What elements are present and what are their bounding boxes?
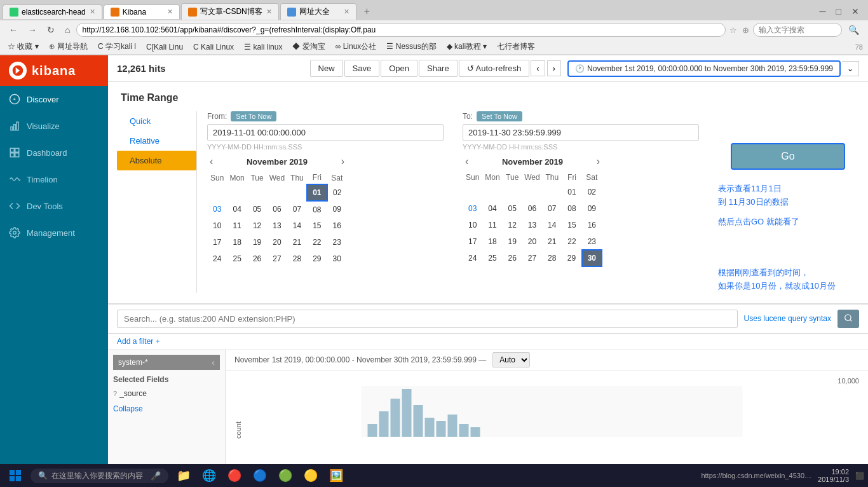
to-day-02[interactable]: 02 [582,184,602,200]
to-day-09[interactable]: 09 [582,200,602,217]
tab-close-kibana[interactable]: ✕ [167,8,173,16]
to-day-22[interactable]: 22 [562,233,581,250]
autorefresh-button[interactable]: ↺ Auto-refresh [459,60,529,77]
to-day-25[interactable]: 25 [482,250,502,266]
from-day-14[interactable]: 14 [287,217,307,234]
collapse-left-btn[interactable]: ‹ [212,357,215,367]
from-day-05[interactable]: 05 [247,201,267,217]
to-day-20[interactable]: 20 [522,233,542,250]
tab-close-webdaquan[interactable]: ✕ [344,8,349,16]
bookmark-favorites[interactable]: ☆ 收藏 ▾ [5,41,41,53]
from-day-29[interactable]: 29 [307,250,327,267]
taskbar-item-app4[interactable]: 🟡 [299,464,322,470]
from-day-24[interactable]: 24 [207,250,227,267]
bookmark-linux[interactable]: ∞ Linux公社 [333,41,379,53]
to-day-07[interactable]: 07 [542,200,562,217]
to-day-21[interactable]: 21 [542,233,562,250]
time-next-btn[interactable]: › [547,60,561,76]
time-range-display[interactable]: 🕐 November 1st 2019, 00:00:00.000 to Nov… [567,60,841,77]
bookmark-kali-learn[interactable]: C 学习kali l [95,41,139,53]
tab-close-elasticsearch[interactable]: ✕ [90,8,95,16]
to-day-18[interactable]: 18 [482,233,502,250]
taskbar-search[interactable]: 🔍 在这里输入你要搜索的内容 🎤 [31,469,168,470]
to-day-23[interactable]: 23 [582,233,602,250]
go-button[interactable]: Go [731,143,845,170]
to-day-03[interactable]: 03 [463,200,482,217]
tab-kibana[interactable]: Kibana ✕ [104,4,180,19]
to-day-10[interactable]: 10 [463,217,482,233]
from-day-10[interactable]: 10 [207,217,227,234]
to-day-16[interactable]: 16 [582,217,602,233]
from-day-04[interactable]: 04 [227,201,247,217]
from-day-03[interactable]: 03 [207,201,227,217]
lucene-syntax-link[interactable]: Uses lucene query syntax [744,314,831,323]
minimize-btn[interactable]: ─ [816,5,830,18]
address-bar[interactable] [76,23,726,37]
bookmark-kali-linux2[interactable]: ☰ kali linux [241,42,285,52]
new-button[interactable]: New [310,60,343,77]
to-day-05[interactable]: 05 [503,200,522,217]
taskbar-item-app2[interactable]: 🔵 [248,464,271,470]
to-day-24[interactable]: 24 [463,250,482,266]
to-day-08[interactable]: 08 [562,200,581,217]
bookmark-nessus[interactable]: ☰ Nessus的部 [384,41,438,53]
to-day-17[interactable]: 17 [463,233,482,250]
taskbar-item-edge[interactable]: 🌐 [198,464,220,470]
to-day-27[interactable]: 27 [522,250,542,266]
from-day-17[interactable]: 17 [207,234,227,250]
from-cal-prev[interactable]: ‹ [207,156,215,167]
start-button[interactable] [4,464,27,470]
from-day-21[interactable]: 21 [287,234,307,250]
tab-webdaquan[interactable]: 网址大全 ✕ [280,3,356,20]
sidebar-item-dashboard[interactable]: Dashboard [0,139,108,166]
from-day-26[interactable]: 26 [247,250,267,267]
bookmark-kali-linu[interactable]: C[Kali Linu [144,42,186,52]
from-day-22[interactable]: 22 [307,234,327,250]
from-day-27[interactable]: 27 [267,250,287,267]
to-set-to-now-btn[interactable]: Set To Now [477,111,522,121]
from-day-07[interactable]: 07 [287,201,307,217]
to-date-input[interactable] [463,124,699,141]
time-range-toggle[interactable]: ⌄ [842,61,859,76]
taskbar-item-files[interactable]: 📁 [172,464,195,470]
to-day-28[interactable]: 28 [542,250,562,266]
tab-absolute[interactable]: Absolute [117,151,196,170]
to-day-14[interactable]: 14 [542,217,562,233]
auto-select[interactable]: Auto [492,352,530,367]
from-day-18[interactable]: 18 [227,234,247,250]
tab-csdn[interactable]: 写文章-CSDN博客 ✕ [181,3,279,20]
to-day-29[interactable]: 29 [562,250,581,266]
from-day-11[interactable]: 11 [227,217,247,234]
bookmark-kali-linux[interactable]: C Kali Linux [191,42,236,52]
to-day-30[interactable]: 30 [582,250,602,266]
search-button[interactable] [837,310,859,328]
from-day-28[interactable]: 28 [287,250,307,267]
from-day-09[interactable]: 09 [327,201,347,217]
from-day-08[interactable]: 08 [307,201,327,217]
save-button[interactable]: Save [344,60,380,77]
browser-search-input[interactable] [753,23,842,37]
to-day-15[interactable]: 15 [562,217,581,233]
bookmark-webdaohang[interactable]: ⊕ 网址导航 [46,41,90,53]
sidebar-item-devtools[interactable]: Dev Tools [0,193,108,219]
from-set-to-now-btn[interactable]: Set To Now [231,111,276,121]
search-input[interactable] [117,310,738,328]
bookmark-kali-jiaocheng[interactable]: ◆ kali教程 ▾ [444,41,490,53]
tab-elasticsearch[interactable]: elasticsearch-head ✕ [3,4,102,19]
sidebar-item-visualize[interactable]: Visualize [0,113,108,139]
taskbar-item-app5[interactable]: 🖼️ [325,464,348,470]
to-day-01[interactable]: 01 [562,184,581,200]
from-date-input[interactable] [207,124,444,141]
from-day-16[interactable]: 16 [327,217,347,234]
from-day-19[interactable]: 19 [247,234,267,250]
to-day-06[interactable]: 06 [522,200,542,217]
tab-relative[interactable]: Relative [121,131,196,151]
from-day-01[interactable]: 01 [307,184,327,201]
to-day-13[interactable]: 13 [522,217,542,233]
to-day-19[interactable]: 19 [503,233,522,250]
collapse-link[interactable]: Collapse [113,404,220,413]
from-day-02[interactable]: 02 [327,184,347,201]
time-prev-btn[interactable]: ‹ [531,60,545,76]
to-day-26[interactable]: 26 [503,250,522,266]
to-day-12[interactable]: 12 [503,217,522,233]
